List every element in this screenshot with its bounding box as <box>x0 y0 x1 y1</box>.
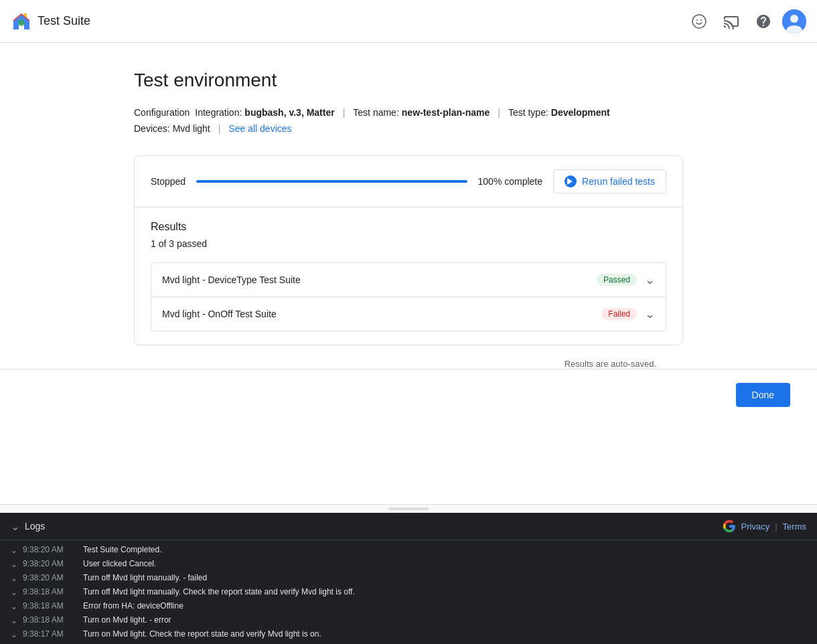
page-title: Test environment <box>134 70 683 91</box>
log-message: Turn on Mvd light. Check the report stat… <box>83 629 321 639</box>
log-message: Turn on Mvd light. - error <box>83 615 171 625</box>
logs-label: Logs <box>25 521 45 532</box>
separator-1: | <box>343 107 346 118</box>
devices-value: Mvd light <box>173 123 210 134</box>
main-content: Test environment Configuration Integrati… <box>0 43 817 504</box>
header: Test Suite <box>0 0 817 43</box>
log-entry[interactable]: ⌄ 9:38:18 AM Error from HA: deviceOfflin… <box>0 599 817 613</box>
log-entry[interactable]: ⌄ 9:38:18 AM Turn on Mvd light. - error <box>0 613 817 627</box>
content-area: Test environment Configuration Integrati… <box>107 70 710 369</box>
progress-bar-wrap <box>196 180 467 183</box>
privacy-link[interactable]: Privacy <box>741 521 770 532</box>
scroll-handle <box>0 504 817 513</box>
logs-body: ⌄ 9:38:20 AM Test Suite Completed. ⌄ 9:3… <box>0 540 817 644</box>
feedback-button[interactable] <box>686 8 713 35</box>
svg-point-0 <box>18 19 25 26</box>
home-icon <box>11 11 32 32</box>
scroll-handle-bar <box>388 507 429 510</box>
devices-row: Devices: Mvd light | See all devices <box>134 123 683 134</box>
rerun-icon <box>565 175 577 187</box>
config-label: Configuration <box>134 107 190 118</box>
see-all-devices-link[interactable]: See all devices <box>228 123 291 134</box>
chevron-down-icon: ⌄ <box>645 307 655 321</box>
log-timestamp: 9:38:20 AM <box>23 573 83 582</box>
test-name-label: Test name: <box>353 107 398 118</box>
test-item[interactable]: Mvd light - OnOff Test Suite Failed ⌄ <box>151 297 666 331</box>
chevron-down-icon: ⌄ <box>645 272 655 287</box>
progress-percent: 100% complete <box>478 176 543 187</box>
log-message: Turn off Mvd light manually. Check the r… <box>83 587 355 596</box>
log-chevron-icon: ⌄ <box>11 630 17 639</box>
test-list: Mvd light - DeviceType Test Suite Passed… <box>151 262 666 331</box>
integration-label: Integration: <box>195 107 242 118</box>
devices-label: Devices: <box>134 123 170 134</box>
logs-header[interactable]: ⌄ Logs Privacy | Terms <box>0 513 817 540</box>
devices-separator: | <box>218 123 221 134</box>
logs-panel: ⌄ Logs Privacy | Terms ⌄ 9:38:20 AM Test… <box>0 513 817 644</box>
auto-saved-text: Results are auto-saved. <box>134 359 683 369</box>
feedback-icon <box>691 13 707 29</box>
avatar-image <box>782 9 806 33</box>
test-name: Mvd light - OnOff Test Suite <box>162 309 601 319</box>
test-status-badge: Passed <box>597 274 637 286</box>
cast-icon <box>723 13 739 29</box>
results-section: Results 1 of 3 passed Mvd light - Device… <box>135 208 682 345</box>
rerun-failed-tests-button[interactable]: Rerun failed tests <box>553 169 666 193</box>
log-chevron-icon: ⌄ <box>11 588 17 597</box>
log-chevron-icon: ⌄ <box>11 574 17 583</box>
log-entry[interactable]: ⌄ 9:38:20 AM User clicked Cancel. <box>0 557 817 571</box>
progress-bar-fill <box>196 180 467 183</box>
log-message: Error from HA: deviceOffline <box>83 601 183 611</box>
log-timestamp: 9:38:18 AM <box>23 615 83 625</box>
log-entry[interactable]: ⌄ 9:38:20 AM Turn off Mvd light manually… <box>0 571 817 585</box>
help-icon <box>755 13 771 29</box>
done-button[interactable]: Done <box>736 383 790 407</box>
test-name-value: new-test-plan-name <box>402 107 490 118</box>
logs-footer-links: Privacy | Terms <box>723 519 806 533</box>
separator-2: | <box>498 107 500 118</box>
bottom-actions: Done <box>0 369 817 420</box>
log-entry[interactable]: ⌄ 9:38:20 AM Test Suite Completed. <box>0 543 817 557</box>
log-entry[interactable]: ⌄ 9:38:18 AM Turn off Mvd light manually… <box>0 585 817 599</box>
app-logo[interactable]: Test Suite <box>11 11 90 32</box>
cast-button[interactable] <box>718 8 745 35</box>
log-timestamp: 9:38:20 AM <box>23 545 83 554</box>
log-chevron-icon: ⌄ <box>11 546 17 555</box>
results-title: Results <box>151 221 666 233</box>
log-message: Turn off Mvd light manually. - failed <box>83 573 207 582</box>
log-entry[interactable]: ⌄ 9:38:17 AM Turn on Mvd light. Check th… <box>0 627 817 641</box>
header-actions <box>686 8 806 35</box>
logs-separator: | <box>775 521 777 532</box>
progress-status: Stopped <box>151 176 185 187</box>
integration-value: bugbash, v.3, Matter <box>244 107 334 118</box>
log-message: Test Suite Completed. <box>83 545 161 554</box>
svg-point-1 <box>692 15 706 28</box>
app-title: Test Suite <box>38 14 90 28</box>
rerun-label: Rerun failed tests <box>582 176 655 187</box>
logs-toggle-icon: ⌄ <box>11 520 19 533</box>
log-timestamp: 9:38:17 AM <box>23 629 83 639</box>
log-message: User clicked Cancel. <box>83 559 156 568</box>
progress-section: Stopped 100% complete Rerun failed tests <box>135 156 682 208</box>
help-button[interactable] <box>750 8 777 35</box>
terms-link[interactable]: Terms <box>783 521 806 532</box>
test-item[interactable]: Mvd light - DeviceType Test Suite Passed… <box>151 263 666 297</box>
log-chevron-icon: ⌄ <box>11 602 17 611</box>
log-timestamp: 9:38:20 AM <box>23 559 83 568</box>
configuration-row: Configuration Integration: bugbash, v.3,… <box>134 107 683 118</box>
svg-point-3 <box>700 19 702 21</box>
progress-card: Stopped 100% complete Rerun failed tests… <box>134 155 683 345</box>
test-type-label: Test type: <box>508 107 548 118</box>
results-summary: 1 of 3 passed <box>151 238 666 249</box>
test-name: Mvd light - DeviceType Test Suite <box>162 274 597 285</box>
log-chevron-icon: ⌄ <box>11 616 17 625</box>
avatar[interactable] <box>782 9 806 33</box>
svg-point-5 <box>790 15 798 23</box>
google-logo <box>723 519 736 533</box>
test-type-value: Development <box>551 107 610 118</box>
svg-point-2 <box>696 19 698 21</box>
test-status-badge: Failed <box>601 308 637 320</box>
log-timestamp: 9:38:18 AM <box>23 601 83 611</box>
log-chevron-icon: ⌄ <box>11 560 17 569</box>
log-timestamp: 9:38:18 AM <box>23 587 83 596</box>
